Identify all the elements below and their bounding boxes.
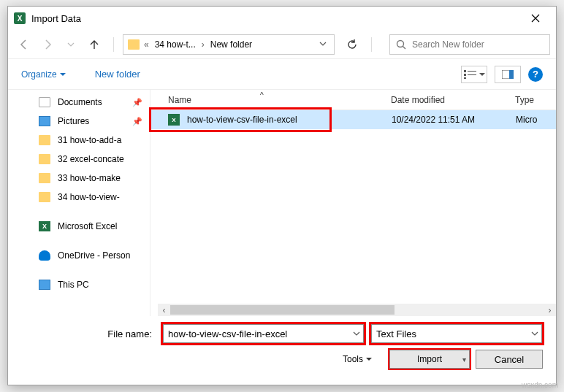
scroll-left-icon[interactable]: ‹ [158, 304, 170, 316]
onedrive-icon [39, 250, 50, 261]
title-bar: X Import Data [8, 7, 556, 30]
arrow-left-icon [18, 39, 30, 50]
chevron-down-icon [67, 41, 75, 48]
sidebar-item-excel[interactable]: XMicrosoft Excel [8, 217, 150, 236]
filename-input[interactable] [163, 324, 364, 343]
split-caret-icon[interactable]: ▾ [462, 356, 466, 364]
breadcrumb-bar[interactable]: « 34 how-t... › New folder [123, 34, 335, 55]
breadcrumb-current[interactable]: New folder [209, 39, 254, 50]
scroll-thumb[interactable] [170, 305, 395, 315]
search-placeholder: Search New folder [412, 39, 484, 50]
up-button[interactable] [84, 34, 104, 55]
sort-indicator-icon: ^ [260, 91, 264, 99]
pin-icon: 📌 [132, 117, 142, 126]
preview-pane-button[interactable] [495, 66, 521, 83]
breadcrumb-dropdown[interactable] [316, 39, 329, 50]
pictures-icon [39, 116, 50, 126]
folder-icon [39, 154, 50, 164]
folder-icon [39, 173, 50, 183]
window-title: Import Data [31, 13, 519, 24]
arrow-right-icon [42, 39, 53, 50]
cancel-button[interactable]: Cancel [476, 350, 543, 369]
excel-icon: X [39, 221, 50, 231]
filename-label: File name: [107, 328, 152, 339]
sidebar-item-thispc[interactable]: This PC [8, 275, 150, 294]
svg-point-0 [397, 40, 404, 47]
file-type: Micro [516, 115, 537, 125]
search-input[interactable]: Search New folder [389, 34, 550, 55]
organize-menu[interactable]: Organize [21, 69, 66, 80]
folder-icon [128, 39, 140, 50]
dialog-footer: File name: Text Files Tools Import▾ Canc… [8, 316, 556, 385]
file-name: how-to-view-csv-file-in-excel [187, 115, 392, 125]
refresh-button[interactable] [342, 34, 362, 55]
refresh-icon [347, 39, 357, 50]
breadcrumb-separator: › [202, 39, 205, 50]
breadcrumb-separator: « [144, 39, 149, 50]
sidebar-item-folder[interactable]: 34 how-to-view- [8, 188, 150, 207]
horizontal-scrollbar[interactable]: ‹ › [158, 304, 556, 316]
column-type[interactable]: Type [515, 95, 534, 105]
import-data-dialog: X Import Data « 34 how-t... › New folder… [7, 6, 557, 385]
back-button[interactable] [14, 34, 34, 55]
scroll-right-icon[interactable]: › [544, 304, 556, 316]
import-button[interactable]: Import▾ [389, 350, 470, 369]
pin-icon: 📌 [132, 98, 142, 107]
column-name[interactable]: Name [168, 95, 391, 105]
excel-app-icon: X [14, 12, 26, 24]
sidebar-item-folder[interactable]: 33 how-to-make [8, 169, 150, 188]
caret-down-icon [479, 72, 485, 77]
toolbar: Organize New folder ? [8, 59, 556, 90]
svg-rect-5 [464, 77, 466, 79]
file-row[interactable]: X how-to-view-csv-file-in-excel 10/24/20… [150, 110, 556, 129]
documents-icon [39, 97, 50, 107]
chevron-down-icon [319, 40, 327, 47]
main-area: Documents📌 Pictures📌 31 how-to-add-a 32 … [8, 90, 556, 316]
new-folder-button[interactable]: New folder [95, 69, 140, 80]
arrow-up-icon [88, 39, 100, 50]
watermark: wsxdn.com [522, 381, 558, 389]
column-date[interactable]: Date modified [391, 95, 515, 105]
close-button[interactable] [519, 8, 552, 29]
svg-rect-7 [509, 70, 514, 79]
file-date: 10/24/2022 11:51 AM [392, 115, 516, 125]
column-headers[interactable]: ^ Name Date modified Type [150, 90, 556, 110]
svg-rect-1 [464, 70, 466, 72]
close-icon [531, 14, 540, 23]
breadcrumb-parent[interactable]: 34 how-t... [153, 39, 197, 50]
sidebar-item-onedrive[interactable]: OneDrive - Person [8, 246, 150, 265]
excel-file-icon: X [168, 114, 180, 126]
caret-down-icon [366, 356, 372, 362]
folder-icon [39, 192, 50, 202]
folder-icon [39, 135, 50, 145]
forward-button[interactable] [37, 34, 58, 55]
svg-rect-3 [464, 74, 466, 76]
view-mode-button[interactable] [461, 66, 487, 83]
file-list: ^ Name Date modified Type X how-to-view-… [150, 90, 556, 316]
caret-down-icon [60, 72, 66, 77]
this-pc-icon [39, 280, 50, 290]
list-view-icon [464, 70, 477, 79]
sidebar-tree[interactable]: Documents📌 Pictures📌 31 how-to-add-a 32 … [8, 90, 150, 316]
filetype-filter[interactable]: Text Files [371, 324, 542, 343]
recent-locations-button[interactable] [61, 34, 81, 55]
sidebar-item-pictures[interactable]: Pictures📌 [8, 112, 150, 131]
preview-pane-icon [502, 70, 514, 79]
svg-rect-2 [468, 71, 476, 72]
svg-rect-4 [468, 74, 476, 75]
nav-bar: « 34 how-t... › New folder Search New fo… [8, 30, 556, 59]
sidebar-item-documents[interactable]: Documents📌 [8, 93, 150, 112]
tools-menu[interactable]: Tools [343, 354, 372, 364]
sidebar-item-folder[interactable]: 31 how-to-add-a [8, 131, 150, 150]
search-icon [396, 39, 406, 50]
sidebar-item-folder[interactable]: 32 excel-concate [8, 150, 150, 169]
help-button[interactable]: ? [528, 67, 543, 82]
scroll-track[interactable] [170, 304, 544, 316]
